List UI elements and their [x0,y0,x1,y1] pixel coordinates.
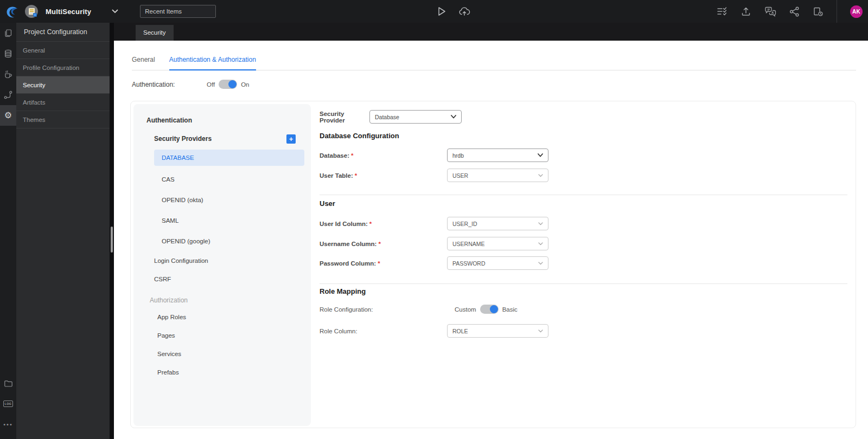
topbar-separator [837,0,837,23]
provider-openid-okta[interactable]: OPENID (okta) [154,190,304,210]
toggle-off-label: Off [207,81,215,88]
authentication-label: Authentication: [132,81,207,88]
username-column-row: Username Column:* USERNAME [320,237,548,250]
top-bar: MultiSecurity [0,0,868,23]
pages-icon[interactable] [0,23,16,43]
tab-general[interactable]: General [132,56,155,70]
section-divider [320,195,847,195]
provider-openid-google[interactable]: OPENID (google) [154,231,304,251]
chevron-down-icon [538,222,543,225]
role-mapping-heading: Role Mapping [320,287,366,295]
role-column-label: Role Column: [320,328,447,334]
chevron-down-icon [538,262,543,265]
auth-nav-panel: Authentication Security Providers + DATA… [133,104,311,426]
role-custom-label: Custom [455,306,476,313]
translate-icon[interactable] [764,7,776,17]
database-configuration-heading: Database Configuration [320,132,399,140]
provider-database[interactable]: DATABASE [154,150,304,166]
required-asterisk: * [355,172,357,179]
project-name: MultiSecurity [46,8,91,16]
security-provider-select[interactable]: Database [369,110,462,124]
role-configuration-row: Role Configuration: Custom Basic [320,305,518,314]
database-icon[interactable] [0,43,16,64]
tab-authentication-authorization[interactable]: Authentication & Authorization [169,56,256,70]
services-item[interactable]: Services [133,345,311,363]
role-configuration-switch[interactable] [480,305,499,314]
prefabs-item[interactable]: Prefabs [133,363,311,382]
username-column-select[interactable]: USERNAME [447,237,548,250]
user-table-select[interactable]: USER [447,169,548,182]
recent-items-input[interactable] [140,5,216,18]
user-table-label: User Table:* [320,172,447,179]
sidebar-item-themes[interactable]: Themes [16,111,110,128]
wavemaker-logo-icon[interactable] [4,4,20,19]
editor-tab-security[interactable]: Security [136,25,174,41]
export-icon[interactable] [741,7,751,16]
database-label: Database:* [320,152,447,159]
app-roles-item[interactable]: App Roles [133,308,311,326]
chevron-down-icon [538,153,543,157]
chevron-down-icon [538,242,543,246]
database-select[interactable]: hrdb [447,149,548,162]
csrf-item[interactable]: CSRF [133,270,311,288]
sidebar-item-artifacts[interactable]: Artifacts [16,94,110,111]
add-provider-button[interactable]: + [286,134,296,144]
pages-item[interactable]: Pages [133,326,311,345]
project-icon[interactable] [25,5,38,18]
security-provider-row: Security Provider Database [320,110,462,124]
more-options-icon[interactable]: ••• [0,414,16,435]
login-configuration-item[interactable]: Login Configuration [133,251,311,270]
editor-tab-bar: Security [114,23,868,41]
authentication-switch[interactable] [219,80,237,89]
sidebar-item-general[interactable]: General [16,42,110,59]
sidebar-item-profile-configuration[interactable]: Profile Configuration [16,59,110,76]
share-icon[interactable] [789,7,800,17]
security-provider-label: Security Provider [320,111,369,124]
settings-gear-icon[interactable]: ⚙ [0,105,16,126]
deploy-cloud-upload-icon[interactable] [458,6,470,17]
toggle-on-label: On [241,81,249,88]
password-column-select[interactable]: PASSWORD [447,256,548,270]
project-chevron-down-icon[interactable] [112,9,118,14]
folder-icon[interactable] [0,373,16,393]
section-divider [320,283,847,284]
file-history-icon[interactable] [813,7,824,17]
user-id-column-label: User Id Column:* [320,221,447,227]
role-basic-label: Basic [502,306,518,313]
content-area: Security General Authentication & Author… [114,23,868,439]
sidebar-item-security[interactable]: Security [16,76,110,94]
left-icon-rail: ⚙ LOG ••• [0,23,16,439]
authorization-section-label: Authorization [133,293,311,308]
user-avatar[interactable]: AK [850,5,863,18]
database-row: Database:* hrdb [320,149,548,162]
role-configuration-label: Role Configuration: [320,306,447,313]
security-providers-label: Security Providers [154,135,212,143]
run-play-icon[interactable] [437,6,446,17]
task-list-icon[interactable] [717,7,727,16]
user-id-column-select[interactable]: USER_ID [447,217,548,230]
security-config-card: Authentication Security Providers + DATA… [130,101,856,428]
apis-icon[interactable] [0,85,16,105]
authentication-toggle-row: Authentication: Off On [132,80,868,89]
role-column-select[interactable]: ROLE [447,324,548,338]
java-services-icon[interactable] [0,64,16,85]
user-id-column-row: User Id Column:* USER_ID [320,217,548,230]
username-column-label: Username Column:* [320,241,447,247]
required-asterisk: * [378,241,380,247]
sidebar-title: Project Configuration [16,23,110,42]
user-table-row: User Table:* USER [320,169,548,182]
chevron-down-icon [451,115,456,119]
provider-saml[interactable]: SAML [154,210,304,231]
project-configuration-sidebar: Project Configuration General Profile Co… [16,23,110,439]
user-heading: User [320,199,335,208]
required-asterisk: * [351,152,353,159]
provider-cas[interactable]: CAS [154,169,304,190]
scrollbar-thumb[interactable] [111,227,113,253]
required-asterisk: * [369,221,372,227]
logs-icon[interactable]: LOG [0,393,16,414]
role-column-row: Role Column: ROLE [320,324,548,338]
password-column-label: Password Column:* [320,260,447,267]
security-providers-item[interactable]: Security Providers + [133,129,311,149]
security-tabs: General Authentication & Authorization [132,56,856,70]
chevron-down-icon [538,174,543,177]
